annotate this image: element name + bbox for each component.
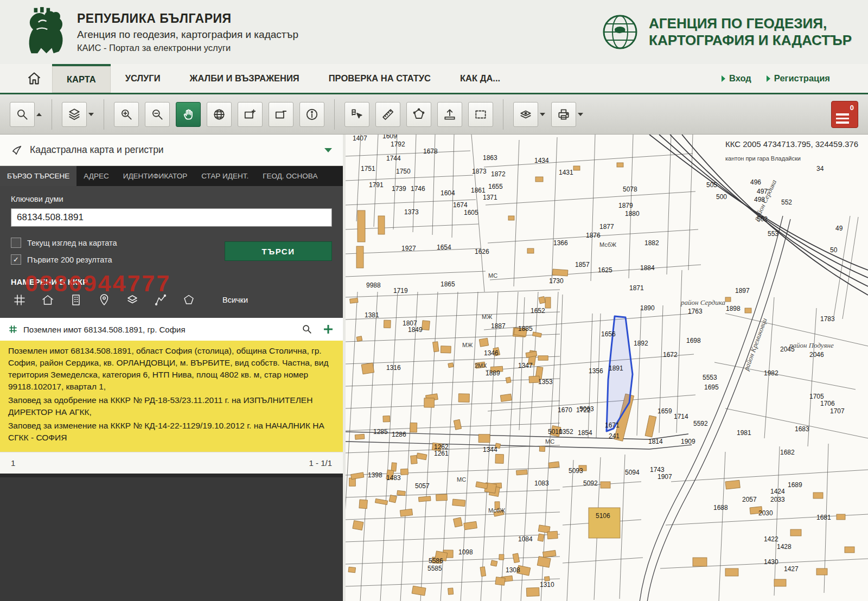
checkbox-first-200[interactable]: Първите 200 резултата bbox=[11, 251, 225, 268]
result-filter-row: Всички bbox=[11, 293, 332, 314]
parcel-label: 1730 bbox=[549, 277, 564, 285]
search-tool-button[interactable] bbox=[10, 102, 35, 127]
parcel-label: 496 bbox=[750, 178, 761, 186]
zoom-rect-out-button[interactable] bbox=[269, 102, 293, 127]
parcel-label: 2033 bbox=[770, 496, 785, 503]
parcel-label: 1887 bbox=[491, 322, 506, 330]
parcel-label: 1909 bbox=[681, 438, 695, 445]
page-info: 1 - 1/1 bbox=[309, 458, 332, 468]
parcel-label: 1659 bbox=[658, 407, 672, 415]
layers-button[interactable] bbox=[62, 102, 87, 127]
pan-hand-icon bbox=[181, 107, 195, 122]
filter-schemes-button[interactable] bbox=[69, 293, 82, 306]
parcel-label: 1373 bbox=[404, 208, 419, 216]
identify-layers-button[interactable] bbox=[513, 102, 538, 127]
chevron-up-icon[interactable] bbox=[36, 113, 42, 116]
pagination-bar: 1 1 - 1/1 bbox=[0, 452, 343, 474]
zoom-in-button[interactable] bbox=[114, 102, 139, 127]
info-icon bbox=[305, 107, 319, 122]
parcel-label: 500 bbox=[716, 193, 727, 201]
region-label: район Кремиковци bbox=[742, 317, 768, 372]
parcel-label: 1434 bbox=[534, 157, 549, 164]
parcel-label: 1739 bbox=[392, 185, 406, 193]
filter-parcels-button[interactable] bbox=[13, 293, 26, 306]
parcel-label: 1695 bbox=[704, 383, 719, 391]
select-rect-button[interactable] bbox=[468, 102, 493, 127]
print-icon bbox=[557, 107, 571, 122]
zoom-rect-in-button[interactable] bbox=[238, 102, 263, 127]
nav-item-karta[interactable]: КАРТА bbox=[52, 64, 111, 93]
pan-tool-button[interactable] bbox=[176, 102, 201, 127]
filter-routes-button[interactable] bbox=[154, 293, 167, 306]
parcel-label: 1927 bbox=[401, 245, 416, 252]
nav-item-zhalbi[interactable]: ЖАЛБИ И ВЪЗРАЖЕНИЯ bbox=[175, 64, 314, 93]
filter-layers-button[interactable] bbox=[126, 293, 139, 306]
arrow-icon bbox=[767, 75, 770, 82]
tab-identifier[interactable]: ИДЕНТИФИКАТОР bbox=[116, 166, 194, 186]
parcel-label: 1656 bbox=[601, 330, 616, 338]
plus-icon bbox=[322, 323, 335, 336]
print-button[interactable] bbox=[551, 102, 576, 127]
chevron-down-icon[interactable] bbox=[578, 113, 583, 116]
keywords-input[interactable] bbox=[11, 208, 332, 227]
toolbar-divider bbox=[334, 99, 335, 130]
checkbox-checked-icon[interactable] bbox=[11, 254, 21, 265]
parcel-label: 1352 bbox=[559, 428, 573, 436]
checkbox-icon[interactable] bbox=[11, 238, 21, 248]
info-tool-button[interactable] bbox=[299, 102, 324, 127]
kais-portal-page: РЕПУБЛИКА БЪЛГАРИЯ Агенция по геодезия, … bbox=[0, 0, 868, 601]
nav-home[interactable] bbox=[16, 64, 52, 93]
filter-buildings-button[interactable] bbox=[41, 293, 54, 306]
login-link[interactable]: Вход bbox=[722, 73, 751, 84]
search-button[interactable]: ТЪРСИ bbox=[225, 241, 332, 261]
zoom-to-result-button[interactable] bbox=[301, 323, 313, 335]
tab-geod-basis[interactable]: ГЕОД. ОСНОВА bbox=[256, 166, 324, 186]
parcel-label: 5092 bbox=[583, 479, 598, 487]
filter-all-label[interactable]: Всички bbox=[222, 296, 248, 304]
select-features-button[interactable] bbox=[344, 102, 369, 127]
parcel-label: 1670 bbox=[558, 406, 572, 414]
tab-quick-search[interactable]: БЪРЗО ТЪРСЕНЕ bbox=[0, 166, 76, 186]
parcel-label: 2057 bbox=[742, 496, 757, 503]
map-canvas[interactable]: 1407160917921744167818631434143117511750… bbox=[346, 135, 868, 601]
chevron-down-icon[interactable] bbox=[324, 148, 332, 152]
nav-item-proverka[interactable]: ПРОВЕРКА НА СТАТУС bbox=[314, 64, 445, 93]
tab-address[interactable]: АДРЕС bbox=[76, 166, 116, 186]
zoom-out-button[interactable] bbox=[145, 102, 170, 127]
page-number[interactable]: 1 bbox=[11, 458, 15, 468]
chevron-down-icon[interactable] bbox=[540, 113, 545, 116]
result-title: Поземлен имот 68134.508.1891, гр. София bbox=[23, 325, 186, 334]
upload-button[interactable] bbox=[437, 102, 462, 127]
parcel-label: 5078 bbox=[623, 186, 637, 193]
cadastral-map[interactable]: 1407160917921744167818631434143117511750… bbox=[346, 135, 868, 601]
parcel-label: 1310 bbox=[540, 581, 554, 589]
parcel-label: 2030 bbox=[758, 509, 773, 517]
full-extent-button[interactable] bbox=[207, 102, 232, 127]
parcel-label: 1746 bbox=[411, 185, 425, 193]
filter-polygons-button[interactable] bbox=[182, 293, 195, 306]
chevron-down-icon[interactable] bbox=[88, 113, 94, 116]
register-link[interactable]: Регистрация bbox=[767, 73, 830, 84]
parcel-label: 1714 bbox=[674, 413, 688, 420]
add-result-button[interactable] bbox=[322, 323, 335, 336]
parcel-label: 1286 bbox=[392, 431, 406, 438]
nav-item-uslugi[interactable]: УСЛУГИ bbox=[111, 64, 175, 93]
measure-area-button[interactable] bbox=[406, 102, 431, 127]
quick-search-form: Ключови думи Текущ изглед на картата Пър… bbox=[0, 186, 343, 318]
parcel-label: 1890 bbox=[640, 304, 655, 312]
measure-distance-button[interactable] bbox=[375, 102, 400, 127]
parcel-label: 1683 bbox=[795, 425, 809, 433]
filter-points-button[interactable] bbox=[98, 293, 111, 306]
parcel-label: 1885 bbox=[518, 325, 533, 333]
parcel-label: 49 bbox=[835, 225, 843, 232]
legend-panel-button[interactable]: 0 bbox=[831, 101, 858, 128]
result-row[interactable]: Поземлен имот 68134.508.1891, гр. София bbox=[0, 318, 343, 341]
nav-item-kakda[interactable]: КАК ДА... bbox=[445, 64, 515, 93]
identify-layers-icon bbox=[519, 107, 533, 122]
globe-icon bbox=[212, 107, 226, 122]
checkbox-current-view[interactable]: Текущ изглед на картата bbox=[11, 234, 225, 251]
toolbar-divider bbox=[52, 99, 52, 130]
tab-old-ident[interactable]: СТАР ИДЕНТ. bbox=[194, 166, 256, 186]
header: РЕПУБЛИКА БЪЛГАРИЯ Агенция по геодезия, … bbox=[0, 0, 868, 64]
panel-header[interactable]: Кадастрална карта и регистри bbox=[0, 135, 343, 166]
